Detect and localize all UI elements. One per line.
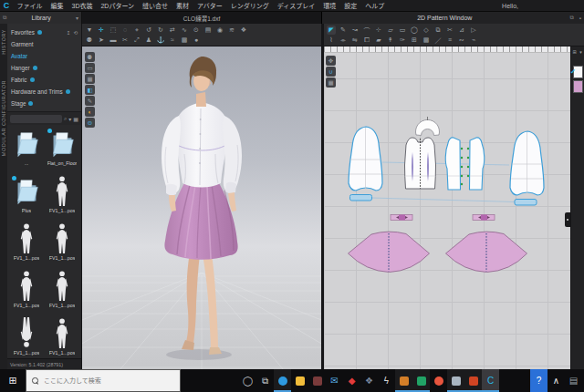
photos-icon[interactable] [447,369,464,392]
free-sew-icon[interactable]: ≡ [445,36,454,45]
pattern-cuff-right[interactable] [515,200,537,206]
library-search-input[interactable] [10,115,62,123]
show-avatar-icon[interactable]: ⚉ [85,52,95,62]
show-grid-icon[interactable]: ▦ [326,77,336,88]
pattern-waistband-right[interactable] [473,215,495,221]
opera-icon[interactable] [430,369,447,392]
menu-material[interactable]: 素材 [172,0,193,12]
sketch-view-icon[interactable]: ✎ [85,96,95,106]
tray-more-icon[interactable]: ▤ [565,369,582,392]
panel-collapse-handle[interactable] [565,212,570,227]
edit-sew-icon[interactable]: ⌁ [469,36,478,45]
library-item-hardware-trims[interactable]: Hardware and Trims [7,86,81,98]
cut-sew-tool-icon[interactable]: ✂ [445,26,454,35]
pattern-sleeve-left[interactable] [349,127,382,191]
move-gizmo-icon[interactable]: ↻ [156,26,165,35]
thumbnail-folder-plus[interactable]: Plus [9,175,44,222]
menu-3d-garment[interactable]: 3D衣装 [68,0,97,12]
library-popout-icon[interactable]: ⧉ [0,15,9,21]
pattern-2d-canvas[interactable]: ✥∪▦ [324,46,570,369]
edge-icon[interactable] [274,369,291,392]
start-button[interactable]: ⊞ [0,369,26,392]
select-pin-icon[interactable]: ⌖ [132,26,141,35]
library-item-favorites[interactable]: Favorites ↥ ⟲ [7,26,81,38]
upload-icon[interactable]: ↥ [64,30,71,36]
unfold-tool-icon[interactable]: ⧠ [362,36,371,45]
thumbnail-pose-file[interactable]: FV1_1...pos [45,317,79,358]
pattern-menu-icon[interactable]: ▪ [577,15,584,21]
lightning-app-icon[interactable]: ϟ [378,369,395,392]
hardware-tool-icon[interactable]: ❖ [239,26,248,35]
show-hidden-icons-icon[interactable]: ∧ [548,369,565,392]
history-tab[interactable]: HISTORY [1,29,6,55]
circle-tool-icon[interactable]: ◯ [410,26,419,35]
wind-tool-icon[interactable]: ≈ [168,36,177,45]
internal-line-icon[interactable]: ⌇ [327,36,336,45]
library-menu-icon[interactable]: ▾ [73,15,81,21]
document-tab[interactable]: CLO練習1.dxf [82,12,322,24]
thumbnail-folder-up[interactable]: ... [9,128,44,174]
camera-view-icon[interactable]: ⊙ [85,118,95,128]
thumbnail-pose-file[interactable]: FV1_1...pos [9,317,44,358]
thumbnail-pose-file[interactable]: FV1_1...pos [45,270,79,316]
library-item-hanger[interactable]: Hanger [7,62,81,74]
pattern-collar[interactable] [416,117,440,136]
edit-pattern-icon[interactable]: ✎ [339,26,348,35]
info-icon[interactable] [66,89,70,94]
clo-logo-icon[interactable]: C [0,0,13,11]
hanger-tool-icon[interactable]: ⚓ [156,36,165,45]
pattern-popout-icon[interactable]: ⧉ [568,15,577,21]
pattern-front-bodice-left[interactable] [445,138,463,190]
menu-avatar[interactable]: アバター [193,0,227,12]
button-tool-icon[interactable]: ◉ [215,26,224,35]
sync-2d-icon[interactable]: ⇄ [168,26,177,35]
pose-tool-icon[interactable]: ♟ [144,36,153,45]
pattern-waistband-left[interactable] [391,215,412,221]
notch-tool-icon[interactable]: ⊿ [457,26,466,35]
mn-sew-icon[interactable]: ∾ [457,36,466,45]
mesh-view-icon[interactable]: ▦ [85,74,95,84]
menu-2d-pattern[interactable]: 2Dパターン [97,0,139,12]
pattern-skirt-left[interactable] [349,232,430,272]
library-item-avatar[interactable]: Avatar [7,50,81,62]
solidify-tool-icon[interactable]: ▩ [180,36,189,45]
select-lasso-icon[interactable]: ◌ [120,26,130,35]
record-tool-icon[interactable]: ● [192,36,201,45]
skirt-3d[interactable] [164,183,237,260]
file-explorer-icon[interactable] [291,369,308,392]
mirror-paste-icon[interactable]: ⇋ [350,36,360,45]
avatar-display-icon[interactable]: ⚉ [85,36,94,45]
menu-display[interactable]: ディスプレイ [273,0,319,12]
pan-hand-icon[interactable]: ✥ [326,56,336,66]
zipper-tool-icon[interactable]: ≋ [227,26,236,35]
menu-sewing[interactable]: 縫い合せ [139,0,172,12]
library-item-garment[interactable]: Garment [7,38,81,50]
refresh-icon[interactable]: ⟲ [70,30,78,36]
measure-tool-icon[interactable]: ✂ [120,36,130,45]
viewport-3d-canvas[interactable]: ⚉▭▦◧✎◐⊙ [82,46,321,369]
base-line-icon[interactable]: ⌯ [339,36,348,45]
add-colorway-icon[interactable]: ⊞ [572,48,578,55]
select-move-icon[interactable]: ✛ [97,26,106,35]
edit-curve-point-icon[interactable]: ⌒ [362,26,371,35]
grain-line-icon[interactable]: ↟ [386,36,395,45]
pattern-back-bodice[interactable] [405,138,436,189]
sewing-tool-icon[interactable]: ∿ [180,26,189,35]
segment-sew-icon[interactable]: ／ [433,36,443,45]
menu-help[interactable]: ヘルプ [361,0,389,12]
colorway-swatch-pink[interactable] [573,80,583,93]
filter-dropdown-icon[interactable]: ▾ [68,116,71,122]
pin-tool-icon[interactable]: ⊙ [192,26,201,35]
menu-environment[interactable]: 環境 [319,0,340,12]
pattern-label-icon[interactable]: ⊞ [410,36,419,45]
sync-app-icon[interactable]: ◆ [343,369,360,392]
pattern-cuff-left[interactable] [350,195,372,201]
mail-icon[interactable]: ✉ [326,369,343,392]
menu-settings[interactable]: 設定 [340,0,361,12]
view-grid-icon[interactable]: ▦ [73,116,78,122]
library-item-fabric[interactable]: Fabric [7,74,81,86]
arrow-tool-icon[interactable]: ➤ [97,36,106,45]
add-point-icon[interactable]: ⊹ [374,26,383,35]
powerpoint-icon[interactable] [464,369,482,392]
menu-file[interactable]: ファイル [13,0,47,12]
